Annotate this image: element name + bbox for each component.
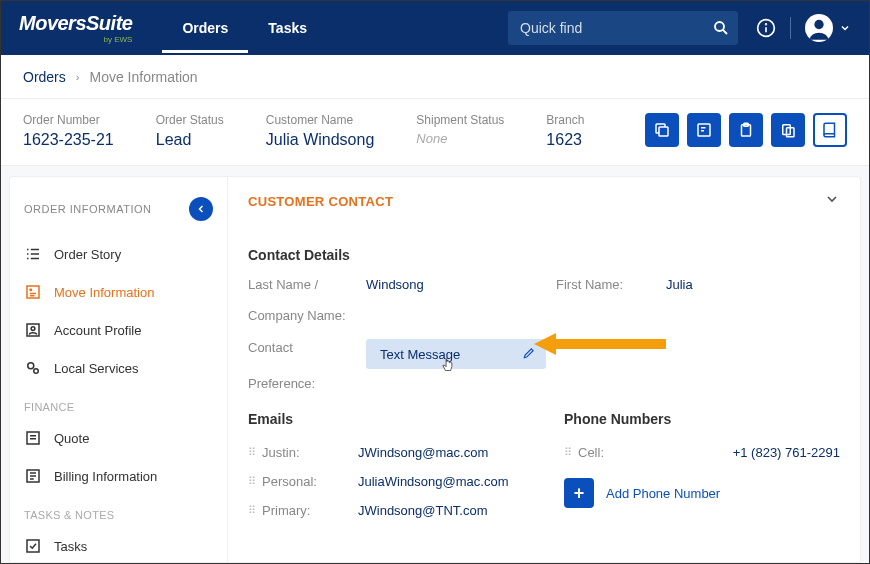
sidebar-item-move-information[interactable]: Move Information [10, 273, 227, 311]
search-icon [712, 19, 730, 37]
shipment-status-value: None [416, 131, 504, 146]
section-title: CUSTOMER CONTACT [248, 194, 393, 209]
svg-point-22 [30, 289, 32, 291]
email-value: JuliaWindsong@mac.com [358, 474, 508, 489]
email-row: ⠿ Justin: JWindsong@mac.com [248, 445, 524, 460]
search-box[interactable] [508, 11, 738, 45]
sidebar-label: Billing Information [54, 469, 157, 484]
summary-shipment-status: Shipment Status None [416, 113, 504, 146]
gear-icon [24, 359, 42, 377]
search-input[interactable] [520, 20, 712, 36]
clipboard-button[interactable] [729, 113, 763, 147]
order-status-label: Order Status [156, 113, 224, 127]
tasks-icon [24, 537, 42, 555]
customer-name-value: Julia Windsong [266, 131, 375, 149]
sidebar-label: Account Profile [54, 323, 141, 338]
email-label: Justin: [262, 445, 358, 460]
phones-column: Phone Numbers ⠿ Cell: +1 (823) 761-2291 … [564, 411, 840, 532]
emails-heading: Emails [248, 411, 524, 427]
user-menu[interactable] [805, 14, 851, 42]
first-name-label: First Name: [556, 277, 666, 292]
sidebar-item-quote[interactable]: Quote [10, 419, 227, 457]
account-icon [24, 321, 42, 339]
name-row: Last Name / Windsong First Name: Julia [248, 277, 840, 292]
contact-preference-value: Text Message [380, 347, 460, 362]
order-summary: Order Number 1623-235-21 Order Status Le… [1, 99, 869, 166]
add-phone-button[interactable]: + Add Phone Number [564, 478, 840, 508]
order-number-value: 1623-235-21 [23, 131, 114, 149]
breadcrumb: Orders › Move Information [1, 55, 869, 99]
paste-button[interactable] [771, 113, 805, 147]
chevron-down-icon [824, 191, 840, 207]
sidebar-item-billing[interactable]: Billing Information [10, 457, 227, 495]
edit-icon [522, 346, 536, 363]
note-button[interactable] [687, 113, 721, 147]
order-status-value: Lead [156, 131, 224, 149]
sidebar-item-tasks[interactable]: Tasks [10, 527, 227, 563]
sidebar-group-finance: FINANCE [10, 387, 227, 419]
sidebar-label: Tasks [54, 539, 87, 554]
company-row: Company Name: [248, 308, 840, 323]
sidebar-label: Move Information [54, 285, 154, 300]
emails-column: Emails ⠿ Justin: JWindsong@mac.com ⠿ Per… [248, 411, 524, 532]
last-name-label: Last Name / [248, 277, 366, 292]
svg-point-6 [814, 20, 823, 29]
last-name-value: Windsong [366, 277, 556, 292]
contact-details-heading: Contact Details [248, 247, 840, 263]
drag-handle-icon[interactable]: ⠿ [248, 504, 254, 517]
sidebar-item-account-profile[interactable]: Account Profile [10, 311, 227, 349]
summary-branch: Branch 1623 [546, 113, 584, 149]
drag-handle-icon[interactable]: ⠿ [248, 475, 254, 488]
add-phone-label: Add Phone Number [606, 486, 720, 501]
summary-customer-name: Customer Name Julia Windsong [266, 113, 375, 149]
nav-tab-orders[interactable]: Orders [162, 3, 248, 53]
phone-label: Cell: [578, 445, 638, 460]
contact-preference-select[interactable]: Text Message [366, 339, 546, 369]
sidebar-label: Order Story [54, 247, 121, 262]
email-row: ⠿ Primary: JWindsong@TNT.com [248, 503, 524, 518]
chevron-left-icon [195, 203, 207, 215]
phones-heading: Phone Numbers [564, 411, 840, 427]
contact-preference-label: Contact [248, 339, 366, 357]
sidebar-item-order-story[interactable]: Order Story [10, 235, 227, 273]
top-nav: MoversSuite by EWS Orders Tasks [1, 1, 869, 55]
chevron-down-icon [839, 22, 851, 34]
phone-row: ⠿ Cell: +1 (823) 761-2291 [564, 445, 840, 460]
nav-tab-tasks[interactable]: Tasks [248, 3, 327, 53]
svg-point-26 [31, 327, 35, 331]
section-collapse[interactable] [824, 191, 840, 211]
email-value: JWindsong@TNT.com [358, 503, 488, 518]
sidebar-label: Quote [54, 431, 89, 446]
sidebar-group-tasks: TASKS & NOTES [10, 495, 227, 527]
email-label: Primary: [262, 503, 358, 518]
breadcrumb-current: Move Information [89, 69, 197, 85]
summary-order-status: Order Status Lead [156, 113, 224, 149]
customer-name-label: Customer Name [266, 113, 375, 127]
svg-line-1 [723, 30, 727, 34]
sidebar-item-local-services[interactable]: Local Services [10, 349, 227, 387]
book-button[interactable] [813, 113, 847, 147]
email-value: JWindsong@mac.com [358, 445, 488, 460]
divider [790, 17, 791, 39]
sidebar-collapse-button[interactable] [189, 197, 213, 221]
plus-icon: + [564, 478, 594, 508]
sidebar-heading: ORDER INFORMATION [24, 203, 151, 215]
sidebar: ORDER INFORMATION Order Story Move Infor… [9, 176, 227, 563]
first-name-value: Julia [666, 277, 840, 292]
svg-rect-7 [659, 127, 668, 136]
svg-rect-36 [27, 540, 39, 552]
company-label: Company Name: [248, 308, 366, 323]
contact-preference-label-2: Preference: [248, 375, 840, 393]
shipment-status-label: Shipment Status [416, 113, 504, 127]
drag-handle-icon[interactable]: ⠿ [248, 446, 254, 459]
logo-text: MoversSuite [19, 12, 132, 34]
copy-button[interactable] [645, 113, 679, 147]
email-label: Personal: [262, 474, 358, 489]
branch-label: Branch [546, 113, 584, 127]
info-icon[interactable] [756, 18, 776, 38]
summary-order-number: Order Number 1623-235-21 [23, 113, 114, 149]
breadcrumb-root[interactable]: Orders [23, 69, 66, 85]
drag-handle-icon[interactable]: ⠿ [564, 446, 570, 459]
list-icon [24, 245, 42, 263]
billing-icon [24, 467, 42, 485]
